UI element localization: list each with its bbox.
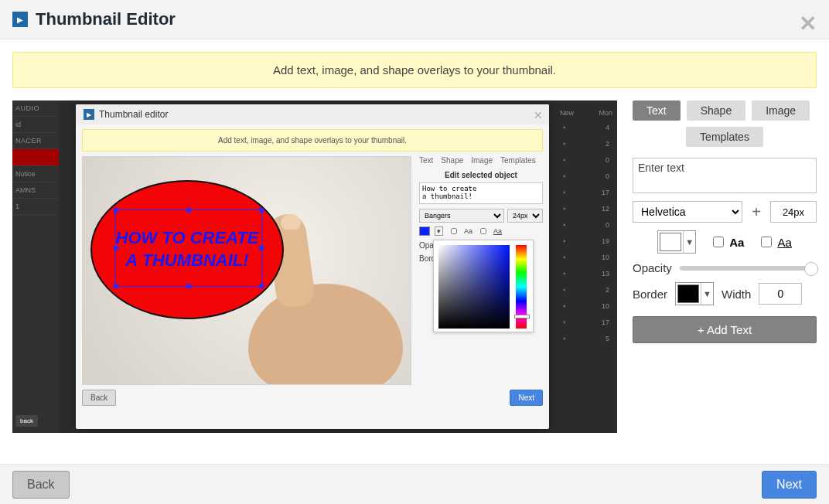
- tab-row-2: Templates: [633, 127, 817, 147]
- chevron-down-icon: ▼: [701, 283, 713, 305]
- like-icon: ▪: [563, 204, 566, 213]
- border-color-swatch: [677, 284, 699, 303]
- bg-right-row: ▪17: [555, 184, 617, 200]
- bg-right-row: ▪2: [555, 135, 617, 152]
- app-logo-icon: [12, 12, 28, 27]
- bg-right-row: ▪10: [555, 298, 617, 314]
- inner-font-select[interactable]: Bangers: [419, 209, 504, 223]
- inner-next-button[interactable]: Next: [510, 390, 543, 406]
- bg-back-button[interactable]: back: [15, 415, 38, 427]
- add-text-button[interactable]: + Add Text: [633, 316, 817, 343]
- border-row: Border ▼ Width: [633, 282, 817, 305]
- preview-panel: AUDIO id NACER Notice AMNS 1 back New Mo…: [12, 100, 617, 433]
- like-icon: ▪: [563, 139, 566, 148]
- next-button[interactable]: Next: [762, 471, 817, 499]
- hue-slider[interactable]: [516, 245, 527, 329]
- inner-underline-checkbox[interactable]: [480, 228, 486, 234]
- opacity-label: Opacity: [633, 261, 672, 274]
- tab-shape[interactable]: Shape: [687, 100, 745, 121]
- inner-tabs: Text Shape Image Templates: [419, 156, 543, 165]
- tab-templates[interactable]: Templates: [686, 127, 763, 147]
- bg-right-row: ▪19: [555, 233, 617, 249]
- inner-tab-text[interactable]: Text: [419, 156, 433, 165]
- inner-picker-area: Opac Borde: [419, 241, 543, 263]
- header: Thumbnail Editor ✕: [0, 0, 829, 39]
- bg-right-row: ▪0: [555, 152, 617, 168]
- like-icon: ▪: [563, 172, 566, 180]
- text-input[interactable]: [633, 158, 817, 193]
- bg-right-header: New Mon: [555, 107, 617, 119]
- thumbnail-canvas[interactable]: HOW TO CREATE A THUMBNAIL!: [82, 156, 411, 385]
- font-family-select[interactable]: Helvetica: [633, 201, 742, 223]
- dislike-icon: ▪: [563, 334, 566, 342]
- inner-edit-title: Edit selected object: [419, 171, 543, 179]
- border-color-picker[interactable]: ▼: [675, 282, 714, 305]
- inner-body: HOW TO CREATE A THUMBNAIL! Text Shape Im…: [76, 156, 549, 385]
- inner-tab-shape[interactable]: Shape: [441, 156, 463, 165]
- bold-checkbox[interactable]: [713, 237, 724, 247]
- inner-footer: Back Next: [76, 385, 549, 410]
- underline-toggle[interactable]: Aa: [758, 234, 791, 250]
- text-color-swatch: [660, 233, 681, 251]
- inner-title: Thumbnail editor: [99, 109, 168, 120]
- text-color-picker[interactable]: ▼: [657, 230, 696, 254]
- like-icon: ▪: [563, 253, 566, 261]
- bg-sidebar-row: AUDIO: [12, 100, 59, 117]
- inner-tab-templates[interactable]: Templates: [500, 156, 536, 165]
- border-label: Border: [633, 288, 667, 301]
- inner-color-dropdown[interactable]: ▾: [435, 226, 443, 236]
- tab-row: Text Shape Image: [633, 100, 817, 121]
- bg-sidebar-row: [12, 149, 59, 166]
- inner-dialog-preview: Thumbnail editor ✕ Add text, image, and …: [76, 104, 549, 429]
- tab-text[interactable]: Text: [633, 100, 681, 121]
- font-size-stepper[interactable]: [770, 201, 817, 223]
- inner-back-button[interactable]: Back: [82, 390, 116, 406]
- inner-close-icon[interactable]: ✕: [534, 109, 543, 121]
- font-row: Helvetica +: [633, 201, 817, 223]
- bg-right-row: ▪2: [555, 281, 617, 298]
- width-label: Width: [722, 288, 751, 301]
- color-gradient[interactable]: [438, 245, 510, 329]
- inner-tab-image[interactable]: Image: [471, 156, 493, 165]
- bg-right-row: ▪12: [555, 200, 617, 216]
- opacity-row: Opacity: [633, 261, 817, 274]
- bg-sidebar-row: NACER: [12, 133, 59, 149]
- bg-right-row: ▪5: [555, 330, 617, 346]
- bold-sample: Aa: [729, 236, 744, 249]
- bg-right-col: Mon: [599, 109, 612, 117]
- bg-sidebar-row: 1: [12, 199, 59, 215]
- inner-text-input[interactable]: [419, 182, 543, 204]
- inner-size-select[interactable]: 24px: [507, 209, 543, 223]
- opacity-slider[interactable]: [680, 266, 817, 271]
- add-font-button[interactable]: +: [750, 203, 762, 221]
- bg-right-col: New: [560, 109, 574, 117]
- info-banner: Add text, image, and shape overlays to y…: [12, 52, 817, 88]
- inner-text-color-swatch[interactable]: [419, 226, 430, 236]
- inner-bold-checkbox[interactable]: [451, 228, 457, 234]
- underline-checkbox[interactable]: [761, 237, 772, 247]
- bold-toggle[interactable]: Aa: [710, 234, 744, 250]
- color-picker-popover[interactable]: [433, 240, 534, 332]
- inner-underline-sample: Aa: [493, 227, 502, 235]
- bg-right-row: ▪4: [555, 119, 617, 135]
- bg-right-panel: New Mon ▪4 ▪2 ▪0 ▪0 ▪17 ▪12 ▪0 ▪19 ▪10 ▪…: [555, 107, 617, 433]
- bg-sidebar-row: id: [12, 117, 59, 133]
- bg-right-row: ▪13: [555, 265, 617, 281]
- comment-icon: ▪: [563, 123, 566, 131]
- chevron-down-icon: ▼: [683, 231, 695, 253]
- selection-handles[interactable]: [115, 209, 262, 287]
- back-button[interactable]: Back: [12, 471, 70, 499]
- inner-logo-icon: [84, 109, 94, 120]
- bg-sidebar: AUDIO id NACER Notice AMNS 1 back: [12, 100, 59, 433]
- close-icon[interactable]: ✕: [799, 11, 817, 36]
- style-row: ▼ Aa Aa: [633, 230, 817, 254]
- border-width-input[interactable]: [759, 283, 802, 305]
- comment-icon: ▪: [563, 188, 566, 196]
- bg-right-row: ▪17: [555, 314, 617, 330]
- tab-image[interactable]: Image: [752, 100, 810, 121]
- text-overlay-panel: Text Shape Image Templates Helvetica + ▼…: [633, 100, 817, 433]
- content-row: AUDIO id NACER Notice AMNS 1 back New Mo…: [0, 100, 829, 433]
- inner-header: Thumbnail editor ✕: [76, 104, 549, 124]
- comment-icon: ▪: [563, 301, 566, 310]
- underline-sample: Aa: [777, 236, 791, 249]
